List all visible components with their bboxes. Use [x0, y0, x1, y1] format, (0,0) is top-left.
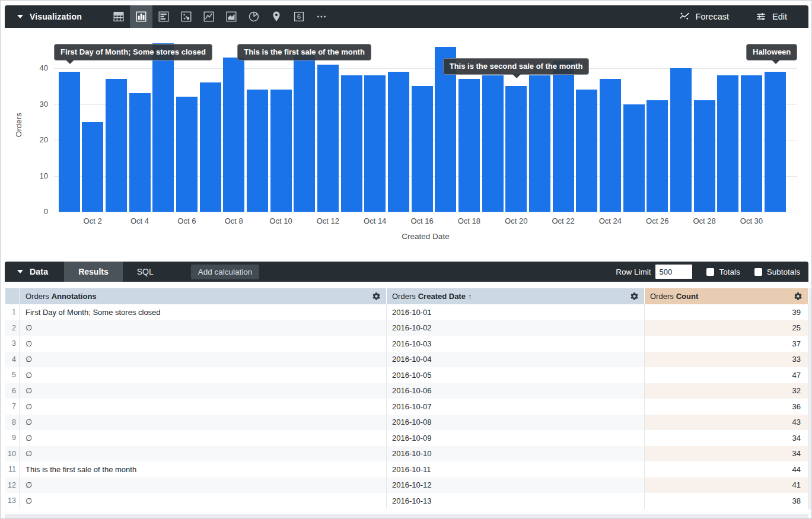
viz-type-pie[interactable]: [243, 5, 265, 28]
date-cell[interactable]: 2016-10-11: [387, 461, 645, 477]
annotation-cell[interactable]: ∅: [20, 367, 387, 383]
viz-type-table[interactable]: [107, 5, 130, 28]
count-cell[interactable]: 44: [645, 461, 808, 477]
forecast-button[interactable]: Forecast: [679, 11, 729, 23]
bar[interactable]: [388, 72, 409, 212]
subtotals-checkbox[interactable]: [754, 268, 762, 276]
bar[interactable]: [59, 72, 80, 212]
date-cell[interactable]: 2016-10-05: [387, 367, 645, 383]
date-cell[interactable]: 2016-10-10: [387, 446, 645, 462]
annotation-cell[interactable]: ∅: [20, 415, 387, 431]
viz-type-bar-horizontal[interactable]: [152, 5, 175, 28]
date-cell[interactable]: 2016-10-08: [387, 415, 645, 431]
viz-type-more[interactable]: [310, 5, 333, 28]
count-cell[interactable]: 34: [645, 446, 808, 462]
column-header-created-date[interactable]: OrdersCreated Date↑: [387, 288, 645, 304]
column-header-count[interactable]: OrdersCount: [645, 288, 808, 304]
annotation-cell[interactable]: ∅: [20, 446, 387, 462]
viz-type-scatter[interactable]: [175, 5, 198, 28]
bar[interactable]: [200, 82, 221, 212]
bar[interactable]: [694, 100, 715, 212]
bar[interactable]: [129, 93, 151, 212]
annotation-cell[interactable]: This is the first sale of the month: [20, 461, 387, 477]
column-gear-icon[interactable]: [630, 292, 639, 301]
bar[interactable]: [458, 79, 480, 212]
add-calculation-button[interactable]: Add calculation: [191, 265, 260, 279]
count-cell[interactable]: 37: [645, 336, 808, 352]
annotation-cell[interactable]: ∅: [20, 477, 387, 493]
bar[interactable]: [270, 90, 292, 212]
annotation-cell[interactable]: ∅: [20, 336, 387, 352]
tab-results[interactable]: Results: [64, 262, 123, 282]
tab-sql[interactable]: SQL: [123, 262, 168, 282]
bar[interactable]: [176, 97, 198, 212]
bar[interactable]: [765, 72, 786, 212]
column-gear-icon[interactable]: [794, 292, 803, 301]
visualization-collapse-caret-icon[interactable]: [17, 15, 23, 18]
count-cell[interactable]: 43: [645, 415, 808, 431]
bar[interactable]: [247, 90, 268, 212]
bar[interactable]: [505, 86, 527, 212]
column-gear-icon[interactable]: [372, 292, 381, 301]
date-cell[interactable]: 2016-10-02: [387, 320, 645, 336]
date-cell[interactable]: 2016-10-06: [387, 383, 645, 399]
viz-type-bar[interactable]: [130, 5, 152, 28]
bar[interactable]: [317, 65, 339, 212]
bar[interactable]: [106, 79, 127, 212]
horizontal-scrollbar[interactable]: [5, 514, 808, 519]
count-cell[interactable]: 25: [645, 320, 808, 336]
date-cell[interactable]: 2016-10-04: [387, 352, 645, 368]
row-limit-input[interactable]: [655, 265, 692, 279]
annotation-cell[interactable]: ∅: [20, 399, 387, 415]
bar[interactable]: [623, 104, 645, 212]
viz-type-single-value[interactable]: 6: [288, 5, 310, 28]
viz-type-area[interactable]: [220, 5, 243, 28]
bar[interactable]: [553, 61, 574, 212]
vertical-scrollbar[interactable]: [808, 288, 812, 510]
viz-type-map[interactable]: [265, 5, 288, 28]
bar[interactable]: [670, 68, 692, 212]
bar[interactable]: [741, 75, 762, 212]
bar[interactable]: [294, 54, 315, 212]
column-header-annotations[interactable]: OrdersAnnotations: [20, 288, 387, 304]
bar[interactable]: [364, 75, 386, 212]
annotation-cell[interactable]: ∅: [20, 352, 387, 368]
count-cell[interactable]: 41: [645, 477, 808, 493]
count-cell[interactable]: 32: [645, 383, 808, 399]
bar[interactable]: [412, 86, 433, 212]
date-cell[interactable]: 2016-10-01: [387, 304, 645, 320]
bar[interactable]: [717, 75, 738, 212]
totals-checkbox[interactable]: [706, 268, 714, 276]
bar[interactable]: [529, 75, 550, 212]
data-collapse-caret-icon[interactable]: [17, 270, 23, 273]
count-cell[interactable]: 47: [645, 367, 808, 383]
date-cell[interactable]: 2016-10-07: [387, 399, 645, 415]
totals-checkbox-group[interactable]: Totals: [706, 268, 740, 276]
bar[interactable]: [647, 100, 668, 212]
count-cell[interactable]: 34: [645, 430, 808, 446]
count-cell[interactable]: 33: [645, 352, 808, 368]
date-cell[interactable]: 2016-10-03: [387, 336, 645, 352]
bar[interactable]: [152, 43, 174, 212]
count-cell[interactable]: 38: [645, 493, 808, 509]
count-cell[interactable]: 36: [645, 399, 808, 415]
viz-type-line[interactable]: [198, 5, 220, 28]
annotation-cell[interactable]: ∅: [20, 493, 387, 509]
bar[interactable]: [82, 122, 103, 212]
annotation-cell[interactable]: ∅: [20, 383, 387, 399]
count-cell[interactable]: 39: [645, 304, 808, 320]
bar[interactable]: [482, 75, 504, 212]
bar[interactable]: [576, 90, 597, 212]
bar[interactable]: [223, 58, 244, 212]
subtotals-checkbox-group[interactable]: Subtotals: [754, 268, 800, 276]
date-cell[interactable]: 2016-10-13: [387, 493, 645, 509]
date-cell[interactable]: 2016-10-09: [387, 430, 645, 446]
edit-button[interactable]: Edit: [755, 11, 787, 23]
edit-button-label: Edit: [772, 12, 787, 21]
annotation-cell[interactable]: ∅: [20, 430, 387, 446]
date-cell[interactable]: 2016-10-12: [387, 477, 645, 493]
bar[interactable]: [600, 79, 621, 212]
bar[interactable]: [341, 75, 362, 212]
annotation-cell[interactable]: ∅: [20, 320, 387, 336]
annotation-cell[interactable]: First Day of Month; Some stores closed: [20, 304, 387, 320]
